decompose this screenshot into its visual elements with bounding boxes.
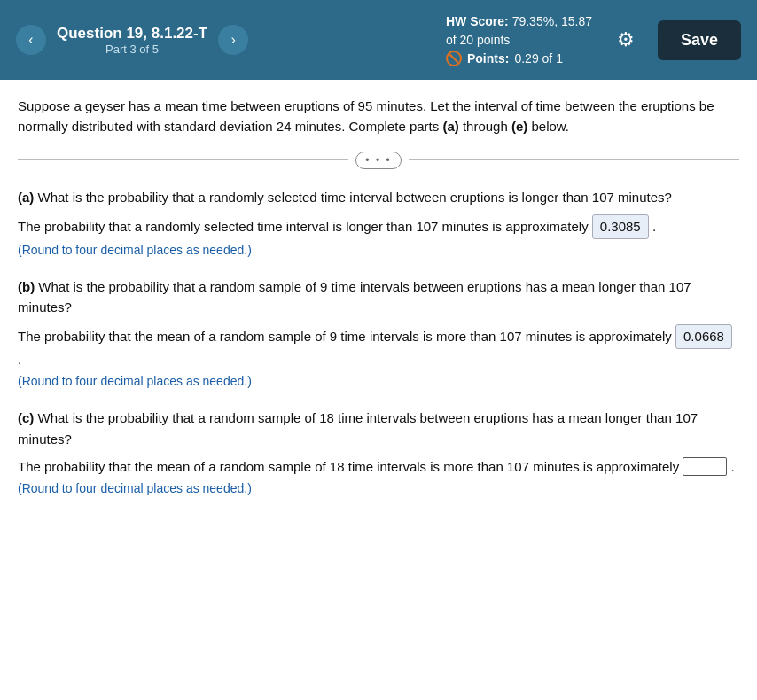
part-b-label: (b) <box>18 279 35 294</box>
divider-line-left <box>18 159 348 160</box>
divider: • • • <box>18 152 739 169</box>
part-a-answer-suffix: . <box>652 219 656 234</box>
part-c-question: (c) What is the probability that a rando… <box>18 408 739 449</box>
question-subtitle: Part 3 of 5 <box>105 43 159 56</box>
points-label: Points: <box>467 50 509 68</box>
divider-dots[interactable]: • • • <box>355 152 401 169</box>
points-icon <box>446 51 462 66</box>
content-area: Suppose a geyser has a mean time between… <box>0 80 757 541</box>
part-a-question: (a) What is the probability that a rando… <box>18 187 739 207</box>
points-row: Points: 0.29 of 1 <box>446 50 592 68</box>
svg-line-1 <box>449 54 458 63</box>
part-a-label: (a) <box>18 190 34 205</box>
question-title-block: Question 19, 8.1.22-T Part 3 of 5 <box>57 25 207 56</box>
part-a-round-hint: (Round to four decimal places as needed.… <box>18 243 739 257</box>
part-b-answer-text: The probability that the mean of a rando… <box>18 324 739 370</box>
part-c-answer-input[interactable] <box>683 457 727 476</box>
part-c-label: (c) <box>18 410 34 425</box>
part-b-round-hint: (Round to four decimal places as needed.… <box>18 374 739 388</box>
prev-button[interactable]: ‹ <box>16 25 46 55</box>
question-title: Question 19, 8.1.22-T <box>57 25 207 43</box>
part-a-answer-value: 0.3085 <box>592 214 649 239</box>
part-c-answer-text: The probability that the mean of a rando… <box>18 456 739 478</box>
part-b-answer-value: 0.0668 <box>675 324 732 349</box>
problem-statement: Suppose a geyser has a mean time between… <box>18 96 739 137</box>
gear-button[interactable]: ⚙ <box>617 28 635 51</box>
part-c-round-hint: (Round to four decimal places as needed.… <box>18 481 739 495</box>
hw-score-suffix: of 20 points <box>446 33 510 47</box>
score-block: HW Score: 79.35%, 15.87 of 20 points Poi… <box>446 12 592 68</box>
save-button[interactable]: Save <box>658 20 741 60</box>
hw-score-label: HW Score: <box>446 14 509 28</box>
header: ‹ Question 19, 8.1.22-T Part 3 of 5 › HW… <box>0 0 757 80</box>
part-c-answer-suffix: . <box>731 459 735 474</box>
part-b-answer-suffix: . <box>18 352 21 367</box>
part-b-block: (b) What is the probability that a rando… <box>18 276 739 389</box>
divider-line-right <box>409 159 739 160</box>
hw-score-row: HW Score: 79.35%, 15.87 <box>446 12 592 31</box>
part-a-block: (a) What is the probability that a rando… <box>18 187 739 257</box>
part-a-answer-text: The probability that a randomly selected… <box>18 214 739 239</box>
next-button[interactable]: › <box>218 25 248 55</box>
hw-score-suffix-row: of 20 points <box>446 31 592 50</box>
hw-score-value: 79.35%, 15.87 <box>512 14 592 28</box>
part-b-question: (b) What is the probability that a rando… <box>18 276 739 318</box>
part-c-block: (c) What is the probability that a rando… <box>18 408 739 495</box>
points-value: 0.29 of 1 <box>514 50 563 68</box>
